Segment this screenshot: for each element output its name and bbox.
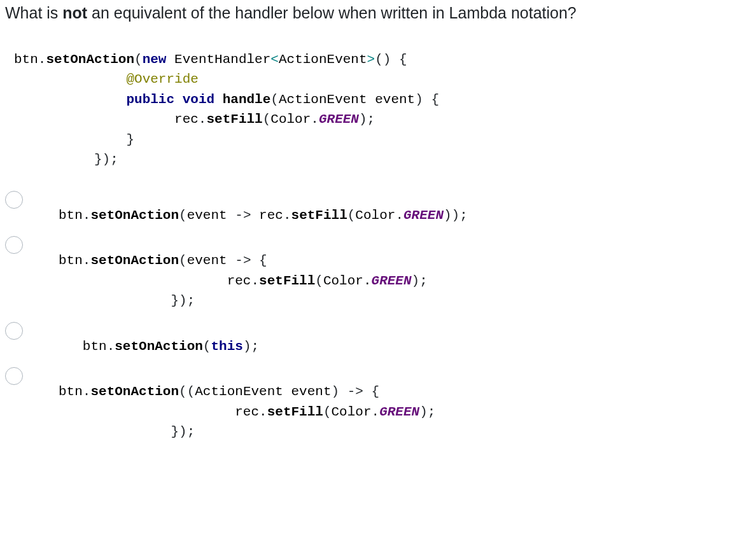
option-b-code: btn.setOnAction(event -> { rec.setFill(C…: [59, 251, 428, 311]
option-c[interactable]: btn.setOnAction(this);: [5, 320, 751, 357]
tok-GREEN: GREEN: [319, 112, 359, 127]
option-c-code: btn.setOnAction(this);: [59, 337, 259, 357]
option-d[interactable]: btn.setOnAction((ActionEvent event) -> {…: [5, 365, 751, 442]
options-list: btn.setOnAction(event -> rec.setFill(Col…: [5, 189, 751, 442]
tok-this: this: [211, 339, 242, 354]
tok-EventHandler: EventHandler: [174, 52, 270, 67]
tok-void: void: [183, 92, 214, 107]
question-prefix: What is: [5, 4, 62, 22]
question-code-block: btn.setOnAction(new EventHandler<ActionE…: [14, 50, 751, 170]
tok-btn: btn: [14, 52, 38, 67]
tok-ActionEvent: ActionEvent: [279, 52, 367, 67]
radio-icon[interactable]: [5, 191, 23, 209]
option-d-code: btn.setOnAction((ActionEvent event) -> {…: [59, 382, 435, 442]
option-a[interactable]: btn.setOnAction(event -> rec.setFill(Col…: [5, 189, 751, 226]
question-bold: not: [62, 4, 87, 22]
question-suffix: an equivalent of the handler below when …: [87, 4, 577, 22]
radio-icon[interactable]: [5, 367, 23, 385]
question-text: What is not an equivalent of the handler…: [5, 3, 751, 24]
option-b-body: btn.setOnAction(event -> { rec.setFill(C…: [23, 234, 428, 311]
tok-handle: handle: [223, 92, 271, 107]
option-c-body: btn.setOnAction(this);: [23, 320, 259, 357]
option-b[interactable]: btn.setOnAction(event -> { rec.setFill(C…: [5, 234, 751, 311]
option-a-body: btn.setOnAction(event -> rec.setFill(Col…: [23, 189, 468, 226]
radio-icon[interactable]: [5, 322, 23, 340]
option-a-code: btn.setOnAction(event -> rec.setFill(Col…: [59, 206, 468, 226]
tok-setFill: setFill: [206, 112, 262, 127]
radio-icon[interactable]: [5, 236, 23, 254]
option-d-body: btn.setOnAction((ActionEvent event) -> {…: [23, 365, 435, 442]
tok-public: public: [126, 92, 174, 107]
tok-setOnAction: setOnAction: [46, 52, 134, 67]
tok-override: @Override: [126, 72, 198, 87]
tok-new: new: [143, 52, 167, 67]
